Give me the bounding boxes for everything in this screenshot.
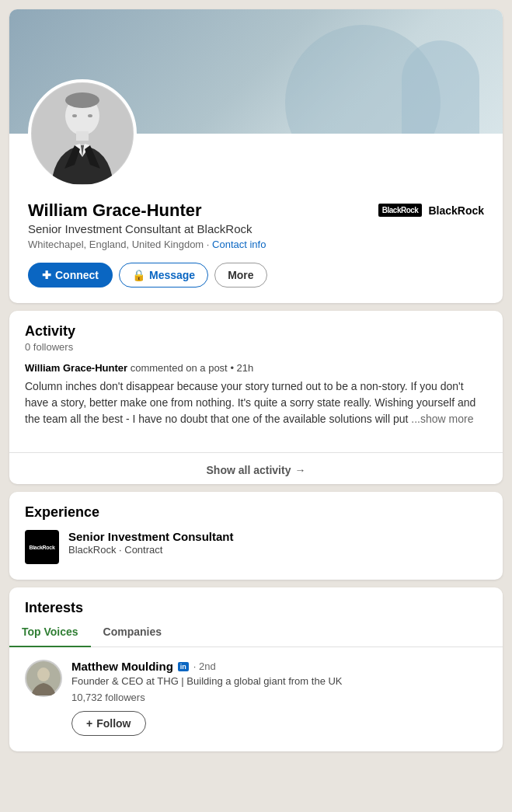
show-all-label: Show all activity [207, 464, 291, 476]
follow-label: Follow [96, 717, 131, 730]
avatar-image [32, 83, 133, 184]
profile-info: William Grace-Hunter Senior Investment C… [9, 194, 503, 250]
blackrock-icon: BlackRock [378, 204, 423, 217]
interests-card: Interests Top Voices Companies Matthew M… [9, 587, 503, 751]
interest-avatar [25, 660, 62, 697]
activity-text-body: Column inches don't disappear because yo… [25, 380, 475, 425]
interests-header: Interests [9, 587, 503, 616]
activity-section: Activity 0 followers William Grace-Hunte… [9, 311, 503, 443]
interest-name-row: Matthew Moulding in · 2nd [71, 660, 487, 673]
connect-label: Connect [55, 269, 99, 281]
connect-icon: ✚ [42, 269, 51, 281]
linkedin-badge: in [178, 662, 189, 671]
follow-button[interactable]: + Follow [71, 711, 146, 736]
location-text: Whitechapel, England, United Kingdom [28, 239, 204, 250]
location-separator: · [207, 239, 212, 250]
exp-role: Senior Investment Consultant [68, 530, 234, 543]
tab-companies[interactable]: Companies [91, 618, 174, 647]
profile-card: William Grace-Hunter Senior Investment C… [9, 9, 503, 303]
svg-point-4 [72, 114, 77, 117]
follow-plus-icon: + [86, 717, 92, 730]
activity-card: Activity 0 followers William Grace-Hunte… [9, 311, 503, 484]
profile-title: Senior Investment Consultant at BlackRoc… [28, 222, 266, 235]
activity-content: Column inches don't disappear because yo… [25, 378, 487, 427]
svg-point-7 [37, 667, 50, 681]
tab-companies-label: Companies [103, 626, 162, 638]
experience-item: BlackRock Senior Investment Consultant B… [25, 530, 487, 564]
interest-degree: · 2nd [193, 660, 216, 672]
interests-tabs: Top Voices Companies [9, 618, 503, 647]
avatar-wrapper [28, 79, 137, 188]
svg-rect-2 [76, 131, 89, 141]
company-name: BlackRock [428, 204, 484, 217]
activity-followers: 0 followers [25, 341, 487, 353]
lock-icon: 🔒 [132, 269, 145, 281]
message-button[interactable]: 🔒 Message [119, 263, 208, 288]
avatar [28, 79, 137, 188]
show-all-activity-link[interactable]: Show all activity → [207, 464, 306, 476]
connect-button[interactable]: ✚ Connect [28, 263, 113, 288]
tab-top-voices[interactable]: Top Voices [9, 618, 91, 647]
svg-point-5 [88, 114, 92, 117]
interest-followers: 10,732 followers [71, 692, 487, 703]
interest-person-image [26, 661, 61, 695]
activity-action: commented on a post [131, 362, 228, 374]
more-button[interactable]: More [214, 263, 266, 288]
message-label: Message [149, 269, 195, 281]
interest-person-name: Matthew Moulding [71, 660, 173, 673]
exp-company: BlackRock · Contract [68, 544, 234, 556]
activity-author: William Grace-Hunter [25, 362, 127, 374]
interest-info: Matthew Moulding in · 2nd Founder & CEO … [71, 660, 487, 735]
tab-top-voices-label: Top Voices [22, 626, 78, 638]
arrow-icon: → [294, 464, 305, 476]
experience-title: Experience [25, 504, 487, 521]
activity-meta: William Grace-Hunter commented on a post… [25, 362, 487, 374]
activity-title: Activity [25, 323, 487, 340]
show-all-activity: Show all activity → [9, 452, 503, 484]
interests-content: Matthew Moulding in · 2nd Founder & CEO … [9, 660, 503, 751]
experience-section: Experience BlackRock Senior Investment C… [9, 492, 503, 580]
profile-actions: ✚ Connect 🔒 Message More [9, 250, 503, 303]
show-more-link[interactable]: ...show more [411, 413, 473, 425]
company-logo: BlackRock BlackRock [378, 204, 484, 217]
interest-item: Matthew Moulding in · 2nd Founder & CEO … [25, 660, 487, 735]
profile-name: William Grace-Hunter [28, 200, 266, 221]
svg-point-3 [65, 92, 99, 108]
activity-time: 21h [237, 362, 254, 374]
exp-details: Senior Investment Consultant BlackRock ·… [68, 530, 234, 556]
interests-title: Interests [25, 600, 487, 616]
profile-location: Whitechapel, England, United Kingdom · C… [28, 239, 266, 250]
contact-info-link[interactable]: Contact info [212, 239, 266, 250]
experience-card: Experience BlackRock Senior Investment C… [9, 492, 503, 580]
interest-description: Founder & CEO at THG | Building a global… [71, 674, 487, 688]
activity-separator: • [230, 362, 236, 374]
exp-company-logo: BlackRock [25, 530, 59, 564]
exp-logo-text: BlackRock [29, 545, 54, 550]
